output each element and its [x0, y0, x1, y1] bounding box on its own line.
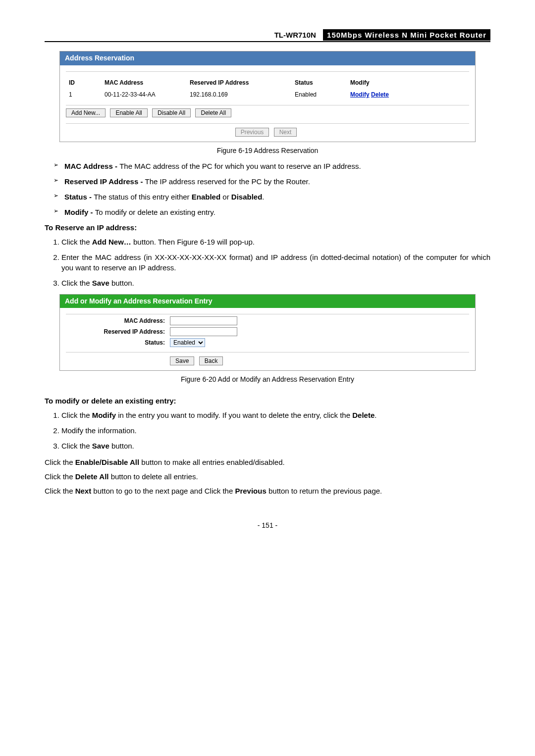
page-number: - 151 - — [45, 521, 490, 531]
list-item: Reserved IP Address - The IP address res… — [54, 176, 490, 187]
list-item: Modify - To modify or delete an existing… — [54, 207, 490, 217]
reservation-table: ID MAC Address Reserved IP Address Statu… — [66, 77, 469, 101]
list-item: Enter the MAC address (in XX-XX-XX-XX-XX… — [61, 252, 490, 273]
ip-label: Reserved IP Address: — [66, 328, 170, 336]
panel-body: ID MAC Address Reserved IP Address Statu… — [60, 65, 475, 142]
page-header: TL-WR710N 150Mbps Wireless N Mini Pocket… — [45, 30, 490, 42]
panel-body: MAC Address: Reserved IP Address: Status… — [60, 308, 475, 370]
modify-link[interactable]: Modify — [350, 91, 370, 98]
col-status: Status — [292, 77, 347, 89]
panel-title: Add or Modify an Address Reservation Ent… — [60, 295, 475, 308]
paragraph: Click the Next button to go to the next … — [45, 486, 490, 496]
status-label: Status: — [66, 339, 170, 347]
col-modify: Modify — [347, 77, 469, 89]
form-row-status: Status: Enabled — [66, 338, 469, 347]
paragraph: Click the Delete All button to delete al… — [45, 471, 490, 482]
pagination-bar: Previous Next — [66, 123, 469, 137]
form-button-bar: Save Back — [66, 352, 469, 365]
ip-input[interactable] — [170, 327, 237, 336]
table-row: 1 00-11-22-33-44-AA 192.168.0.169 Enable… — [66, 89, 469, 101]
list-item: Click the Modify in the entry you want t… — [61, 410, 490, 420]
list-item: Click the Save button. — [61, 278, 490, 288]
next-button[interactable]: Next — [274, 128, 297, 137]
form-row-mac: MAC Address: — [66, 316, 469, 325]
mac-label: MAC Address: — [66, 317, 170, 325]
list-item: MAC Address - The MAC address of the PC … — [54, 161, 490, 171]
reserve-steps: Click the Add New… button. Then Figure 6… — [45, 237, 490, 288]
paragraph: Click the Enable/Disable All button to m… — [45, 457, 490, 467]
figure-caption: Figure 6-19 Address Reservation — [45, 146, 490, 156]
table-header-row: ID MAC Address Reserved IP Address Statu… — [66, 77, 469, 89]
section-heading: To Reserve an IP address: — [45, 222, 490, 233]
list-item: Click the Add New… button. Then Figure 6… — [61, 237, 490, 247]
list-item: Modify the information. — [61, 425, 490, 436]
save-button[interactable]: Save — [170, 356, 194, 365]
status-select[interactable]: Enabled — [170, 338, 205, 347]
definition-list: MAC Address - The MAC address of the PC … — [45, 161, 490, 217]
previous-button[interactable]: Previous — [235, 128, 269, 137]
disable-all-button[interactable]: Disable All — [152, 108, 191, 117]
col-id: ID — [66, 77, 102, 89]
col-mac: MAC Address — [102, 77, 187, 89]
delete-all-button[interactable]: Delete All — [195, 108, 231, 117]
form-row-ip: Reserved IP Address: — [66, 327, 469, 336]
header-title: 150Mbps Wireless N Mini Pocket Router — [323, 29, 490, 41]
delete-link[interactable]: Delete — [371, 91, 389, 98]
cell-status: Enabled — [292, 89, 347, 101]
section-heading: To modify or delete an existing entry: — [45, 396, 490, 406]
add-modify-panel: Add or Modify an Address Reservation Ent… — [59, 294, 476, 371]
cell-id: 1 — [66, 89, 102, 101]
panel-title: Address Reservation — [60, 51, 475, 65]
cell-ip: 192.168.0.169 — [187, 89, 292, 101]
modify-steps: Click the Modify in the entry you want t… — [45, 410, 490, 451]
model-label: TL-WR710N — [271, 30, 319, 40]
cell-mac: 00-11-22-33-44-AA — [102, 89, 187, 101]
mac-input[interactable] — [170, 316, 237, 325]
list-item: Status - The status of this entry either… — [54, 192, 490, 202]
button-bar: Add New... Enable All Disable All Delete… — [66, 108, 469, 117]
list-item: Click the Save button. — [61, 441, 490, 451]
enable-all-button[interactable]: Enable All — [110, 108, 147, 117]
col-ip: Reserved IP Address — [187, 77, 292, 89]
add-new-button[interactable]: Add New... — [66, 108, 106, 117]
address-reservation-panel: Address Reservation ID MAC Address Reser… — [59, 51, 476, 142]
back-button[interactable]: Back — [199, 356, 223, 365]
figure-caption: Figure 6-20 Add or Modify an Address Res… — [45, 375, 490, 385]
